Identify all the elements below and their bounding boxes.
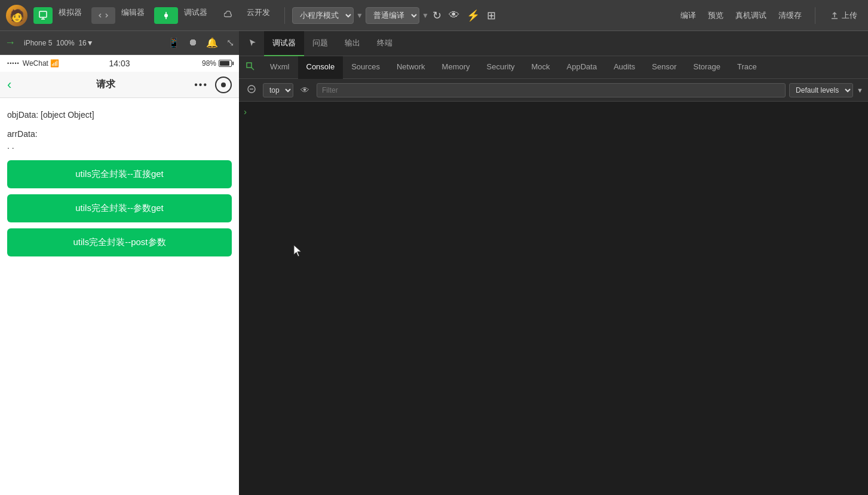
divider1: [284, 7, 285, 24]
phone-nav: ‹ 请求 •••: [0, 72, 239, 98]
console-prompt: ›: [244, 106, 247, 117]
tab-security[interactable]: Security: [479, 56, 523, 79]
real-debug-btn[interactable]: 真机调试: [732, 9, 770, 22]
levels-arrow: ▼: [857, 87, 863, 94]
editor-label[interactable]: 编辑器: [121, 7, 145, 24]
battery-fill: [220, 61, 229, 66]
tab-network[interactable]: Network: [388, 56, 434, 79]
svg-rect-0: [39, 11, 47, 17]
phone-title: 请求: [17, 78, 194, 91]
device-info: iPhone 5 100% 16▼: [24, 39, 94, 47]
stop-icon-btn[interactable]: [244, 83, 259, 97]
nav-dots-icon: •••: [194, 80, 208, 90]
device-toolbar: → iPhone 5 100% 16▼ 📱 ⏺ 🔔 ⤡: [0, 31, 239, 55]
refresh-btn[interactable]: ↻: [429, 8, 445, 23]
battery-pct: 98%: [202, 59, 216, 68]
editor-icon-btn[interactable]: [91, 7, 115, 24]
console-area[interactable]: ›: [239, 102, 868, 495]
tab-console[interactable]: Console: [298, 56, 343, 79]
devtools-toolbar: top 👁 Default levels ▼: [239, 79, 868, 102]
layers-btn[interactable]: ⊞: [483, 8, 499, 23]
tab-mock[interactable]: Mock: [523, 56, 559, 79]
cloud-buttons: 云开发: [217, 7, 274, 24]
obj-data-text: objData: [object Object]: [7, 110, 232, 120]
cloud-label[interactable]: 云开发: [247, 7, 270, 24]
arr-data-items: . .: [7, 141, 232, 151]
forward-icon: →: [5, 36, 16, 49]
simulator-label[interactable]: 模拟器: [59, 7, 82, 24]
back-icon[interactable]: ‹: [7, 77, 11, 93]
upload-btn[interactable]: 上传: [825, 9, 862, 22]
main-area: → iPhone 5 100% 16▼ 📱 ⏺ 🔔 ⤡: [0, 31, 868, 495]
phone-icon: 📱: [168, 37, 180, 48]
battery-icon: [219, 60, 232, 67]
tab-wxml[interactable]: Wxml: [262, 56, 298, 79]
tab-terminal[interactable]: 终端: [369, 31, 401, 56]
avatar: 🧑: [6, 5, 27, 26]
devtools-main-tabs: Wxml Console Sources Network Memory Secu…: [239, 56, 868, 79]
divider2: [815, 7, 815, 24]
preview-btn[interactable]: 预览: [704, 9, 727, 22]
compile-select[interactable]: 普通编译: [366, 7, 419, 24]
editor-buttons: 编辑器: [91, 7, 148, 24]
debug-buttons: 调试器: [154, 7, 211, 24]
nav-icons: •••: [194, 77, 232, 93]
right-panel: 调试器 问题 输出 终端 Wxml Console Sou: [239, 31, 868, 495]
left-panel: → iPhone 5 100% 16▼ 📱 ⏺ 🔔 ⤡: [0, 31, 239, 495]
tab-memory[interactable]: Memory: [434, 56, 479, 79]
status-bar: ••••• WeChat 📶 14:03 98%: [0, 55, 239, 72]
debug-icon-btn[interactable]: [154, 7, 178, 24]
simulator-icon-btn[interactable]: [33, 7, 53, 24]
cursor-tool-btn[interactable]: [244, 36, 262, 51]
status-right: 98%: [202, 59, 232, 68]
svg-line-8: [251, 68, 254, 70]
arr-data-text: arrData:: [7, 129, 232, 139]
volume-icon: 🔔: [206, 37, 218, 48]
device-icons: 📱 ⏺ 🔔 ⤡: [168, 37, 234, 48]
tab-debugger[interactable]: 调试器: [264, 31, 304, 56]
status-left: ••••• WeChat 📶: [7, 59, 59, 68]
svg-point-3: [164, 14, 168, 17]
rotate-icon: ⤡: [226, 37, 234, 48]
svg-rect-7: [247, 63, 251, 68]
top-toolbar: 🧑 模拟器 编辑器 调试器 云开发 小程序模式 ▼ 普通编译 ▼ ↻ 👁 ⚡ ⊞: [0, 0, 868, 31]
tab-output[interactable]: 输出: [336, 31, 369, 56]
tab-trace[interactable]: Trace: [729, 56, 765, 79]
mode-buttons: 模拟器: [33, 7, 85, 24]
phone-content: objData: [object Object] arrData: . . ut…: [0, 98, 239, 274]
btn-post-param[interactable]: utils完全封装--post参数: [7, 228, 232, 256]
compile-dropdown-arrow: ▼: [422, 11, 429, 20]
filter-input[interactable]: [317, 83, 786, 97]
tab-problems[interactable]: 问题: [304, 31, 336, 56]
tab-audits[interactable]: Audits: [605, 56, 643, 79]
inspect-element-btn[interactable]: [241, 60, 259, 75]
wifi-icon: 📶: [50, 59, 59, 68]
signal-dots: •••••: [7, 60, 20, 66]
record-circle-icon: [215, 77, 232, 93]
mode-select[interactable]: 小程序模式: [292, 7, 354, 24]
eye-filter-btn[interactable]: 👁: [297, 83, 313, 97]
carrier-label: WeChat: [23, 59, 48, 68]
special-btn[interactable]: ⚡: [463, 8, 483, 23]
levels-select[interactable]: Default levels: [789, 83, 853, 97]
context-select[interactable]: top: [263, 83, 293, 97]
btn-param-get[interactable]: utils完全封装--参数get: [7, 194, 232, 222]
debug-label[interactable]: 调试器: [184, 7, 207, 24]
record-icon: ⏺: [188, 37, 198, 48]
toolbar-right: 编译 预览 真机调试 清缓存 上传: [677, 7, 862, 24]
clear-btn[interactable]: 清缓存: [775, 9, 805, 22]
devtools-top-tabs: 调试器 问题 输出 终端: [239, 31, 868, 56]
tab-appdata[interactable]: AppData: [559, 56, 606, 79]
tab-sensor[interactable]: Sensor: [643, 56, 685, 79]
compile-btn[interactable]: 编译: [677, 9, 700, 22]
status-time: 14:03: [109, 59, 130, 68]
eye-btn[interactable]: 👁: [445, 8, 463, 23]
cloud-icon-btn[interactable]: [217, 7, 241, 24]
btn-direct-get[interactable]: utils完全封装--直接get: [7, 160, 232, 188]
phone-screen: ••••• WeChat 📶 14:03 98% ‹ 请求 •••: [0, 55, 239, 495]
mode-dropdown-arrow: ▼: [356, 11, 363, 20]
tab-sources[interactable]: Sources: [343, 56, 388, 79]
tab-storage[interactable]: Storage: [685, 56, 729, 79]
